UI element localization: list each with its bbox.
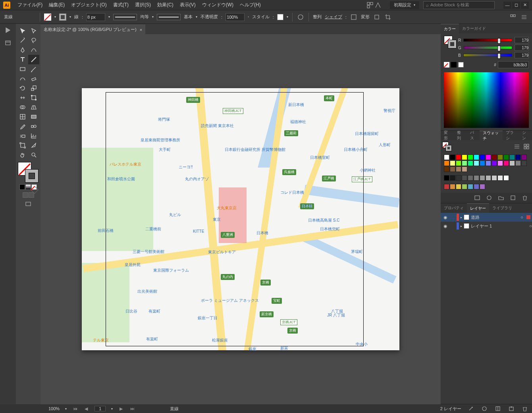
layer-mask-icon[interactable] (480, 405, 488, 413)
layer-new-icon[interactable] (507, 405, 515, 413)
swatch-libraries-icon[interactable] (473, 194, 481, 202)
stroke-profile[interactable] (113, 14, 137, 20)
zoom-tool[interactable] (28, 150, 39, 160)
layer-visibility-icon[interactable]: ◉ (442, 215, 449, 220)
properties-icon[interactable] (4, 26, 12, 34)
gray-swatch-grid[interactable] (442, 174, 530, 182)
artboard-number[interactable]: 1 (94, 406, 106, 411)
shaper-tool[interactable] (17, 74, 28, 83)
workspace-switcher[interactable]: 初期設定 ▾ (390, 1, 419, 9)
swatch[interactable] (486, 154, 491, 160)
line-tool[interactable] (28, 55, 39, 64)
swatch-grid[interactable] (442, 153, 530, 174)
layer-row-0[interactable]: ◉ ▸ 道路 ○ (441, 213, 532, 222)
swatch[interactable] (462, 184, 467, 189)
scale-tool[interactable] (28, 83, 39, 93)
none-swatch[interactable] (444, 62, 449, 68)
swatch[interactable] (486, 175, 491, 181)
libraries-icon[interactable] (4, 39, 12, 47)
screen-mode-toggle[interactable] (24, 200, 32, 208)
shape-label[interactable]: シェイプ (325, 14, 342, 20)
swatch[interactable] (456, 154, 461, 160)
eraser-tool[interactable] (28, 74, 39, 83)
swatch[interactable] (462, 166, 467, 172)
tab-align[interactable]: 整列 (454, 131, 467, 140)
tab-color[interactable]: カラー (441, 24, 459, 33)
first-artboard-button[interactable]: ⏮ (72, 406, 78, 411)
swatch[interactable] (515, 160, 521, 166)
swatch[interactable] (450, 175, 455, 181)
slice-tool[interactable] (28, 141, 39, 150)
magic-wand-tool[interactable] (17, 36, 28, 45)
next-artboard-button[interactable]: ▶ (118, 406, 124, 411)
swatch[interactable] (450, 160, 455, 166)
transform-label[interactable]: 変形 (361, 14, 370, 20)
swatch-grid-icon[interactable] (522, 143, 530, 151)
free-transform-tool[interactable] (28, 93, 39, 102)
swatch[interactable] (468, 175, 473, 181)
paintbrush-tool[interactable] (28, 64, 39, 74)
tab-pathfinder[interactable]: パス (467, 131, 480, 140)
tab-color-guide[interactable]: カラーガイド (459, 24, 489, 33)
swatch[interactable] (521, 160, 527, 166)
shape-builder-tool[interactable] (17, 102, 28, 112)
black-swatch[interactable] (451, 62, 457, 68)
swatch[interactable] (521, 154, 527, 160)
swatch[interactable] (444, 184, 449, 189)
swatch[interactable] (474, 184, 479, 189)
menu-type[interactable]: 書式(T) (110, 2, 132, 8)
swatch[interactable] (480, 175, 485, 181)
swatch-options-icon[interactable] (485, 194, 493, 202)
rotate-tool[interactable] (17, 83, 28, 93)
stroke-swatch[interactable] (59, 14, 66, 21)
direct-selection-tool[interactable] (28, 26, 39, 36)
blend-tool[interactable] (28, 122, 39, 131)
window-maximize[interactable]: ◻ (512, 2, 520, 9)
mesh-tool[interactable] (17, 112, 28, 122)
screen-mode-switches[interactable] (23, 192, 34, 198)
swatch[interactable] (450, 154, 455, 160)
graph-tool[interactable] (28, 131, 39, 141)
menu-effect[interactable]: 効果(C) (154, 2, 177, 8)
layer-row-1[interactable]: ◉ ▸ レイヤー 1 ○ (441, 222, 532, 230)
crop-icon[interactable] (384, 13, 392, 21)
swatch[interactable] (468, 160, 473, 166)
eyedropper-tool[interactable] (17, 122, 28, 131)
swatch-list-icon[interactable] (513, 143, 521, 151)
menu-window[interactable]: ウィンドウ(W) (199, 2, 237, 8)
prev-artboard-button[interactable]: ◀ (83, 406, 89, 411)
swatch[interactable] (474, 175, 479, 181)
swatch[interactable] (462, 175, 467, 181)
menu-help[interactable]: ヘルプ(H) (237, 2, 264, 8)
swatch[interactable] (456, 184, 461, 189)
menu-object[interactable]: オブジェクト(O) (68, 2, 110, 8)
tab-properties[interactable]: プロパティ (441, 203, 467, 213)
layer-target-icon[interactable]: ○ (520, 215, 523, 220)
brush-def[interactable] (157, 14, 181, 20)
swatch[interactable] (509, 160, 515, 166)
layer-expand-icon[interactable]: ▸ (461, 224, 462, 228)
stock-search[interactable]: ⌕ Adobe Stock を検索 (423, 1, 495, 9)
swatch[interactable] (462, 154, 467, 160)
hand-tool[interactable] (17, 150, 28, 160)
g-input[interactable] (515, 44, 529, 51)
bottom-swatch-row[interactable] (442, 182, 530, 191)
artboard-tool[interactable] (17, 141, 28, 150)
layer-expand-icon[interactable]: ▸ (461, 216, 462, 219)
rectangle-tool[interactable] (17, 64, 28, 74)
b-input[interactable] (515, 52, 529, 58)
fill-stroke-indicator[interactable] (18, 162, 39, 183)
prefs-icon[interactable] (520, 13, 528, 21)
symbol-sprayer-tool[interactable] (17, 131, 28, 141)
isolate-icon[interactable] (373, 13, 381, 21)
swatch[interactable] (462, 160, 467, 166)
pin-icon[interactable] (509, 13, 517, 21)
opacity-input[interactable] (226, 13, 245, 21)
last-artboard-button[interactable]: ⏭ (129, 406, 135, 411)
swatch[interactable] (492, 154, 497, 160)
tab-layers[interactable]: レイヤー (467, 203, 489, 213)
curvature-tool[interactable] (28, 45, 39, 55)
menu-view[interactable]: 表示(V) (177, 2, 199, 8)
window-close[interactable]: ✕ (521, 2, 529, 9)
swatch[interactable] (456, 166, 461, 172)
